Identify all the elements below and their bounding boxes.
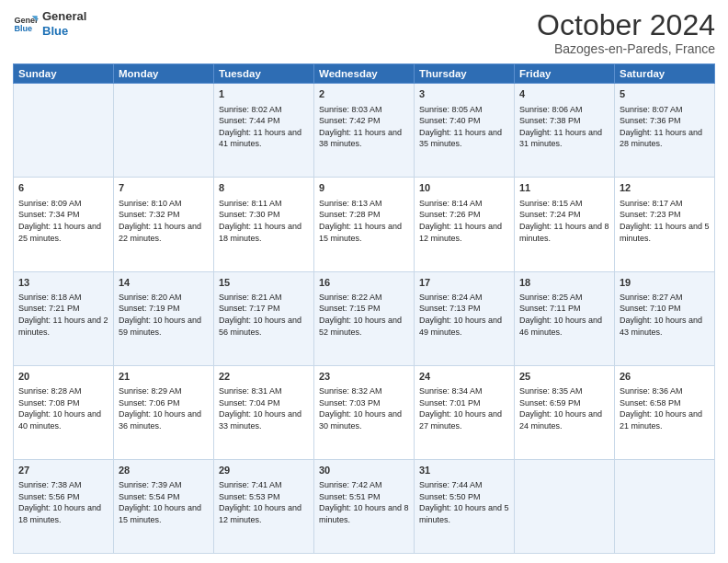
day-info: Sunset: 7:15 PM	[319, 303, 409, 315]
day-number: 8	[219, 181, 309, 195]
day-info: Sunset: 7:03 PM	[319, 397, 409, 409]
day-number: 7	[119, 181, 209, 195]
day-info: Sunset: 5:50 PM	[419, 491, 509, 503]
header: General Blue General Blue October 2024 B…	[13, 9, 715, 56]
day-info: Sunrise: 8:03 AM	[319, 104, 409, 116]
weekday-header-sunday: Sunday	[14, 64, 114, 84]
day-info: Sunrise: 8:10 AM	[119, 198, 209, 210]
day-info: Sunrise: 8:20 AM	[119, 292, 209, 304]
day-info: Daylight: 10 hours and 8 minutes.	[319, 502, 409, 525]
day-info: Sunrise: 8:21 AM	[219, 292, 309, 304]
day-info: Sunset: 7:38 PM	[519, 115, 609, 127]
calendar-cell	[114, 84, 214, 178]
day-info: Sunrise: 8:13 AM	[319, 198, 409, 210]
calendar-cell: 4Sunrise: 8:06 AMSunset: 7:38 PMDaylight…	[515, 84, 615, 178]
weekday-header-saturday: Saturday	[615, 64, 715, 84]
day-info: Sunrise: 8:17 AM	[620, 198, 710, 210]
day-info: Daylight: 10 hours and 18 minutes.	[18, 502, 108, 525]
calendar-cell: 22Sunrise: 8:31 AMSunset: 7:04 PMDayligh…	[214, 365, 314, 459]
day-number: 31	[419, 464, 509, 477]
day-number: 4	[519, 87, 609, 101]
day-info: Sunrise: 8:22 AM	[319, 292, 409, 304]
day-info: Sunrise: 8:25 AM	[519, 292, 609, 304]
weekday-header-tuesday: Tuesday	[214, 64, 314, 84]
calendar-cell: 10Sunrise: 8:14 AMSunset: 7:26 PMDayligh…	[415, 178, 515, 271]
day-info: Sunrise: 7:39 AM	[119, 479, 209, 491]
day-info: Sunrise: 8:14 AM	[419, 198, 509, 210]
day-info: Sunrise: 7:42 AM	[319, 479, 409, 491]
day-info: Sunrise: 8:15 AM	[519, 198, 609, 210]
calendar-cell: 1Sunrise: 8:02 AMSunset: 7:44 PMDaylight…	[214, 84, 314, 178]
day-number: 15	[219, 276, 309, 290]
day-info: Daylight: 11 hours and 25 minutes.	[18, 221, 108, 244]
day-number: 19	[620, 276, 710, 290]
day-info: Sunset: 7:34 PM	[18, 209, 108, 221]
day-info: Daylight: 10 hours and 24 minutes.	[519, 408, 609, 431]
day-info: Sunset: 7:06 PM	[119, 397, 209, 409]
day-info: Daylight: 10 hours and 46 minutes.	[519, 315, 609, 338]
calendar-cell: 15Sunrise: 8:21 AMSunset: 7:17 PMDayligh…	[214, 271, 314, 365]
weekday-header-thursday: Thursday	[415, 64, 515, 84]
weekday-header-friday: Friday	[515, 64, 615, 84]
calendar-cell: 24Sunrise: 8:34 AMSunset: 7:01 PMDayligh…	[415, 365, 515, 459]
location: Bazoges-en-Pareds, France	[537, 41, 715, 56]
day-number: 14	[119, 276, 209, 290]
day-info: Daylight: 11 hours and 15 minutes.	[319, 221, 409, 244]
day-number: 28	[119, 464, 209, 477]
day-info: Daylight: 10 hours and 30 minutes.	[319, 408, 409, 431]
day-info: Daylight: 10 hours and 33 minutes.	[219, 408, 309, 431]
day-info: Sunrise: 8:27 AM	[620, 292, 710, 304]
calendar-cell: 19Sunrise: 8:27 AMSunset: 7:10 PMDayligh…	[615, 271, 715, 365]
calendar-cell: 23Sunrise: 8:32 AMSunset: 7:03 PMDayligh…	[314, 365, 415, 459]
calendar-cell: 16Sunrise: 8:22 AMSunset: 7:15 PMDayligh…	[314, 271, 415, 365]
calendar-cell: 9Sunrise: 8:13 AMSunset: 7:28 PMDaylight…	[314, 178, 415, 271]
day-info: Daylight: 10 hours and 43 minutes.	[620, 315, 710, 338]
day-info: Sunset: 7:42 PM	[319, 115, 409, 127]
calendar-cell: 8Sunrise: 8:11 AMSunset: 7:30 PMDaylight…	[214, 178, 314, 271]
calendar-cell: 28Sunrise: 7:39 AMSunset: 5:54 PMDayligh…	[114, 459, 214, 553]
day-number: 12	[620, 181, 710, 195]
day-info: Sunset: 7:23 PM	[620, 209, 710, 221]
day-number: 23	[319, 370, 409, 384]
calendar-cell: 14Sunrise: 8:20 AMSunset: 7:19 PMDayligh…	[114, 271, 214, 365]
day-number: 29	[219, 464, 309, 477]
day-number: 21	[119, 370, 209, 384]
day-info: Sunrise: 8:06 AM	[519, 104, 609, 116]
day-info: Sunrise: 8:09 AM	[18, 198, 108, 210]
day-number: 27	[18, 464, 108, 477]
day-info: Sunset: 6:59 PM	[519, 397, 609, 409]
logo-line1: General	[42, 9, 86, 24]
day-info: Sunrise: 8:35 AM	[519, 385, 609, 397]
day-info: Daylight: 11 hours and 38 minutes.	[319, 127, 409, 150]
day-info: Sunrise: 8:24 AM	[419, 292, 509, 304]
day-info: Sunrise: 8:05 AM	[419, 104, 509, 116]
calendar-cell: 3Sunrise: 8:05 AMSunset: 7:40 PMDaylight…	[415, 84, 515, 178]
day-info: Daylight: 11 hours and 35 minutes.	[419, 127, 509, 150]
day-info: Sunset: 7:26 PM	[419, 209, 509, 221]
day-info: Sunrise: 7:44 AM	[419, 479, 509, 491]
calendar-cell: 11Sunrise: 8:15 AMSunset: 7:24 PMDayligh…	[515, 178, 615, 271]
day-info: Sunrise: 8:18 AM	[18, 292, 108, 304]
calendar-cell	[14, 84, 114, 178]
day-info: Sunrise: 8:34 AM	[419, 385, 509, 397]
day-number: 5	[620, 87, 710, 101]
day-info: Sunset: 7:44 PM	[219, 115, 309, 127]
calendar-cell: 6Sunrise: 8:09 AMSunset: 7:34 PMDaylight…	[14, 178, 114, 271]
day-info: Daylight: 11 hours and 31 minutes.	[519, 127, 609, 150]
day-info: Sunrise: 8:28 AM	[18, 385, 108, 397]
calendar-cell: 17Sunrise: 8:24 AMSunset: 7:13 PMDayligh…	[415, 271, 515, 365]
day-info: Sunset: 5:51 PM	[319, 491, 409, 503]
calendar-cell: 29Sunrise: 7:41 AMSunset: 5:53 PMDayligh…	[214, 459, 314, 553]
day-number: 25	[519, 370, 609, 384]
calendar-cell: 2Sunrise: 8:03 AMSunset: 7:42 PMDaylight…	[314, 84, 415, 178]
day-info: Daylight: 10 hours and 59 minutes.	[119, 315, 209, 338]
day-number: 22	[219, 370, 309, 384]
day-info: Sunrise: 8:36 AM	[620, 385, 710, 397]
day-info: Sunrise: 8:32 AM	[319, 385, 409, 397]
day-info: Sunset: 5:56 PM	[18, 491, 108, 503]
day-number: 1	[219, 87, 309, 101]
day-info: Daylight: 10 hours and 27 minutes.	[419, 408, 509, 431]
day-info: Sunset: 6:58 PM	[620, 397, 710, 409]
day-number: 6	[18, 181, 108, 195]
day-info: Daylight: 11 hours and 41 minutes.	[219, 127, 309, 150]
